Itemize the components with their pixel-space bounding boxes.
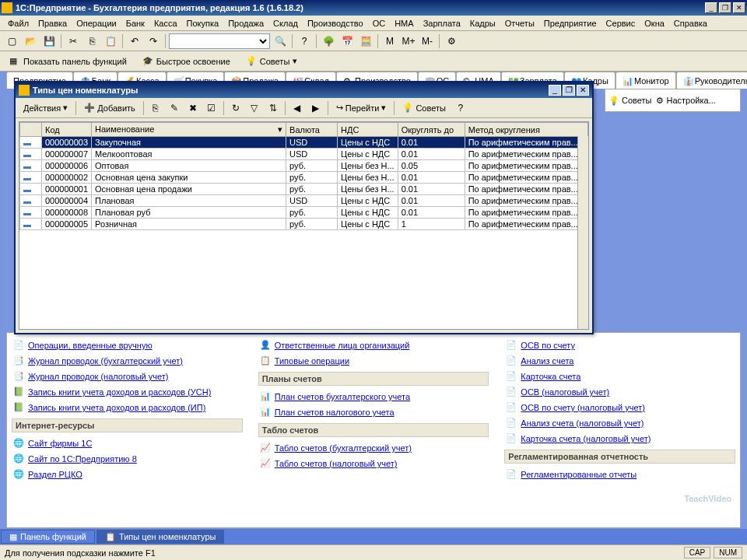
menu-sale[interactable]: Продажа (223, 17, 268, 30)
menu-edit[interactable]: Правка (33, 17, 72, 30)
minimize-button[interactable]: _ (705, 2, 717, 13)
tab-manager[interactable]: 👔Руководителю (676, 72, 747, 89)
link-tablo-acc[interactable]: Табло счетов (бухгалтерский учет) (275, 443, 412, 453)
link-osv-acc-tax[interactable]: ОСВ по счету (налоговый учет) (521, 403, 645, 412)
menu-warehouse[interactable]: Склад (268, 17, 303, 30)
quick-start-button[interactable]: 🎓 Быстрое освоение (138, 53, 235, 70)
close-button[interactable]: ✕ (733, 2, 745, 13)
add-button[interactable]: ➕Добавить (79, 100, 140, 117)
col-icon[interactable] (20, 123, 42, 137)
m-plus-icon[interactable]: M+ (400, 33, 417, 50)
modal-maximize-button[interactable]: ❐ (563, 85, 575, 96)
link-chart-tax[interactable]: План счетов налогового учета (275, 408, 395, 417)
tips-link[interactable]: 💡Советы (608, 93, 651, 108)
link-book-usn[interactable]: Запись книги учета доходов и расходов (У… (28, 387, 211, 397)
link-responsible[interactable]: Ответственные лица организаций (275, 341, 410, 350)
link-journal-acc[interactable]: Журнал проводок (бухгалтерский учет) (28, 356, 183, 366)
undo-icon[interactable]: ↶ (126, 33, 143, 50)
style-combo[interactable] (169, 33, 270, 49)
menu-hr[interactable]: Кадры (465, 17, 500, 30)
menu-salary[interactable]: Зарплата (419, 17, 465, 30)
menu-nma[interactable]: НМА (390, 17, 418, 30)
col-round[interactable]: Округлять до (398, 123, 465, 137)
link-1c8-site[interactable]: Сайт по 1С:Предприятию 8 (28, 454, 137, 464)
col-name[interactable]: Наименование ▾ (92, 123, 286, 137)
col-method[interactable]: Метод округления (465, 123, 587, 137)
menu-purchase[interactable]: Покупка (182, 17, 224, 30)
sort-icon[interactable]: ⇅ (265, 100, 282, 117)
cut-icon[interactable]: ✂ (65, 33, 82, 50)
table-row[interactable]: ▬ 000000007 Мелкооптовая USD Цены с НДС … (20, 149, 588, 160)
delete-row-icon[interactable]: ✖ (184, 100, 202, 117)
settings-link[interactable]: ⚙Настройка... (656, 93, 715, 108)
open-icon[interactable]: 📂 (22, 33, 39, 50)
edit-row-icon[interactable]: ✎ (166, 100, 183, 117)
menu-windows[interactable]: Окна (640, 17, 669, 30)
modal-close-button[interactable]: ✕ (577, 85, 589, 96)
link-typical-ops[interactable]: Типовые операции (275, 356, 349, 366)
link-chart-acc[interactable]: План счетов бухгалтерского учета (275, 392, 410, 401)
modal-minimize-button[interactable]: _ (549, 85, 561, 96)
menu-production[interactable]: Производство (303, 17, 368, 30)
m-minus-icon[interactable]: M- (419, 33, 436, 50)
link-analysis[interactable]: Анализ счета (521, 356, 573, 366)
link-1c-site[interactable]: Сайт фирмы 1С (28, 439, 92, 448)
menu-reports[interactable]: Отчеты (500, 17, 539, 30)
tips-button[interactable]: 💡 Советы ▾ (241, 53, 302, 70)
mark-icon[interactable]: ☑ (203, 100, 220, 117)
link-tablo-tax[interactable]: Табло счетов (налоговый учет) (275, 459, 398, 468)
grid-scrollbar[interactable] (577, 136, 588, 329)
m-icon[interactable]: M (381, 33, 398, 50)
link-osv-tax[interactable]: ОСВ (налоговый учет) (521, 387, 609, 397)
col-vat[interactable]: НДС (338, 123, 398, 137)
table-row[interactable]: ▬ 000000003 Закупочная USD Цены с НДС 0.… (20, 137, 588, 149)
taskbar-panel[interactable]: ▦Панель функций (1, 530, 95, 544)
new-doc-icon[interactable]: ▢ (3, 33, 20, 50)
calc-icon[interactable]: 📅 (338, 33, 356, 50)
show-panel-button[interactable]: ▦ Показать панель функций (5, 53, 132, 70)
calendar-icon[interactable]: 🧮 (357, 33, 374, 50)
menu-cash[interactable]: Касса (149, 17, 182, 30)
menu-enterprise[interactable]: Предприятие (539, 17, 601, 30)
menu-operations[interactable]: Операции (72, 17, 121, 30)
col-currency[interactable]: Валюта (286, 123, 338, 137)
go-button[interactable]: ↪Перейти ▾ (331, 100, 391, 117)
table-row[interactable]: ▬ 000000005 Розничная руб. Цены с НДС 1 … (20, 219, 588, 230)
table-row[interactable]: ▬ 000000008 Плановая руб руб. Цены с НДС… (20, 207, 588, 219)
table-row[interactable]: ▬ 000000006 Оптовая руб. Цены без Н... 0… (20, 160, 588, 172)
link-card-tax[interactable]: Карточка счета (налоговый учет) (521, 434, 651, 443)
link-book-ip[interactable]: Запись книги учета доходов и расходов (И… (28, 403, 205, 412)
find-icon[interactable]: 🔍 (272, 33, 289, 50)
modal-help-icon[interactable]: ? (452, 100, 469, 117)
menu-bank[interactable]: Банк (121, 17, 149, 30)
link-osv-acc[interactable]: ОСВ по счету (521, 341, 575, 350)
actions-button[interactable]: Действия ▾ (19, 100, 72, 117)
tree-icon[interactable]: 🌳 (320, 33, 337, 50)
link-manual-ops[interactable]: Операции, введенные вручную (28, 341, 153, 350)
paste-icon[interactable]: 📋 (102, 33, 119, 50)
link-card[interactable]: Карточка счета (521, 372, 580, 381)
menu-service[interactable]: Сервис (601, 17, 640, 30)
menu-help[interactable]: Справка (669, 17, 712, 30)
nav-prev-icon[interactable]: ◀ (289, 100, 306, 117)
table-row[interactable]: ▬ 000000002 Основная цена закупки руб. Ц… (20, 172, 588, 184)
modal-tips-button[interactable]: 💡Советы (398, 100, 450, 117)
refresh-icon[interactable]: ↻ (227, 100, 244, 117)
link-rcko[interactable]: Раздел РЦКО (28, 470, 82, 479)
menu-file[interactable]: Файл (3, 17, 33, 30)
col-code[interactable]: Код (42, 123, 92, 137)
tab-monitor[interactable]: 📊Монитор (615, 72, 676, 89)
taskbar-modal[interactable]: 📋Типы цен номенклатуры (96, 530, 224, 544)
settings-icon[interactable]: ⚙ (443, 33, 460, 50)
link-regulated[interactable]: Регламентированные отчеты (521, 470, 637, 479)
link-journal-tax[interactable]: Журнал проводок (налоговый учет) (28, 372, 168, 381)
price-types-grid[interactable]: Код Наименование ▾ Валюта НДС Округлять … (19, 121, 589, 330)
copy-icon[interactable]: ⎘ (83, 33, 100, 50)
help-icon[interactable]: ? (296, 33, 313, 50)
link-analysis-tax[interactable]: Анализ счета (налоговый учет) (521, 418, 644, 428)
save-icon[interactable]: 💾 (40, 33, 58, 50)
redo-icon[interactable]: ↷ (145, 33, 162, 50)
table-row[interactable]: ▬ 000000001 Основная цена продажи руб. Ц… (20, 184, 588, 195)
copy-row-icon[interactable]: ⎘ (147, 100, 164, 117)
table-row[interactable]: ▬ 000000004 Плановая USD Цены с НДС 0.01… (20, 195, 588, 207)
